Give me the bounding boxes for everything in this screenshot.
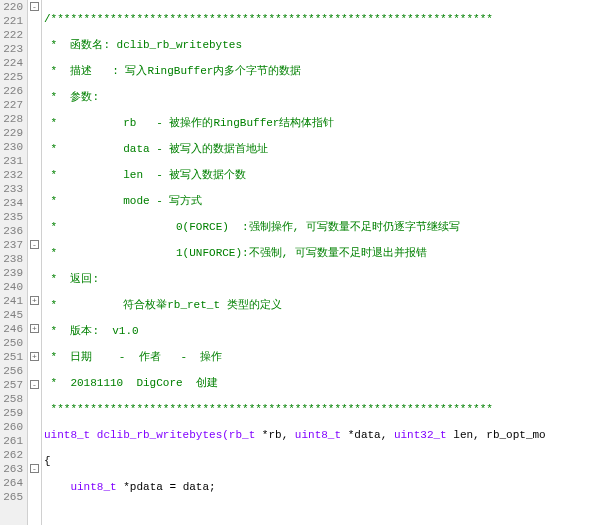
fold-expanded-icon[interactable]: - [30,464,39,473]
line-number-gutter: 2202212222232242252262272282292302312322… [0,0,28,525]
line-number: 232 [0,168,23,182]
comment-line: * 0(FORCE) :强制操作, 可写数量不足时仍逐字节继续写 [44,221,460,233]
fold-expanded-icon[interactable]: - [30,2,39,11]
line-number: 221 [0,14,23,28]
line-number: 222 [0,28,23,42]
blank-line [44,506,614,520]
line-number: 261 [0,434,23,448]
line-number: 262 [0,448,23,462]
comment-line: ****************************************… [44,403,493,415]
line-number: 264 [0,476,23,490]
code-line: uint8_t *pdata = data; [44,480,614,494]
line-number: 260 [0,420,23,434]
comment-line: * 1(UNFORCE):不强制, 可写数量不足时退出并报错 [44,247,427,259]
comment-line: * 20181110 DigCore 创建 [44,377,218,389]
comment-line: /***************************************… [44,13,493,25]
line-number: 231 [0,154,23,168]
line-number: 256 [0,364,23,378]
fold-expanded-icon[interactable]: - [30,240,39,249]
comment-line: * 符合枚举rb_ret_t 类型的定义 [44,299,282,311]
fold-collapsed-icon[interactable]: + [30,352,39,361]
line-number: 240 [0,280,23,294]
line-number: 257 [0,378,23,392]
line-number: 246 [0,322,23,336]
line-number: 223 [0,42,23,56]
comment-line: * data - 被写入的数据首地址 [44,143,268,155]
comment-line: * 返回: [44,273,99,285]
code-line: uint8_t dclib_rb_writebytes(rb_t *rb, ui… [44,428,614,442]
line-number: 224 [0,56,23,70]
line-number: 225 [0,70,23,84]
line-number: 251 [0,350,23,364]
line-number: 238 [0,252,23,266]
line-number: 236 [0,224,23,238]
code-line: { [44,454,614,468]
line-number: 250 [0,336,23,350]
fold-collapsed-icon[interactable]: + [30,296,39,305]
comment-line: * rb - 被操作的RingBuffer结构体指针 [44,117,334,129]
line-number: 228 [0,112,23,126]
comment-line: * 描述 : 写入RingBuffer内多个字节的数据 [44,65,301,77]
line-number: 259 [0,406,23,420]
comment-line: * len - 被写入数据个数 [44,169,246,181]
comment-line: * mode - 写方式 [44,195,202,207]
line-number: 230 [0,140,23,154]
line-number: 235 [0,210,23,224]
fold-column: --+++-- [28,0,42,525]
comment-line: * 参数: [44,91,99,103]
comment-line: * 版本: v1.0 [44,325,139,337]
fold-expanded-icon[interactable]: - [30,380,39,389]
line-number: 263 [0,462,23,476]
line-number: 241 [0,294,23,308]
line-number: 226 [0,84,23,98]
code-area: /***************************************… [42,0,614,525]
line-number: 265 [0,490,23,504]
comment-line: * 日期 - 作者 - 操作 [44,351,222,363]
comment-line: * 函数名: dclib_rb_writebytes [44,39,242,51]
line-number: 245 [0,308,23,322]
line-number: 233 [0,182,23,196]
fold-collapsed-icon[interactable]: + [30,324,39,333]
line-number: 229 [0,126,23,140]
line-number: 234 [0,196,23,210]
line-number: 237 [0,238,23,252]
line-number: 239 [0,266,23,280]
line-number: 227 [0,98,23,112]
line-number: 258 [0,392,23,406]
line-number: 220 [0,0,23,14]
